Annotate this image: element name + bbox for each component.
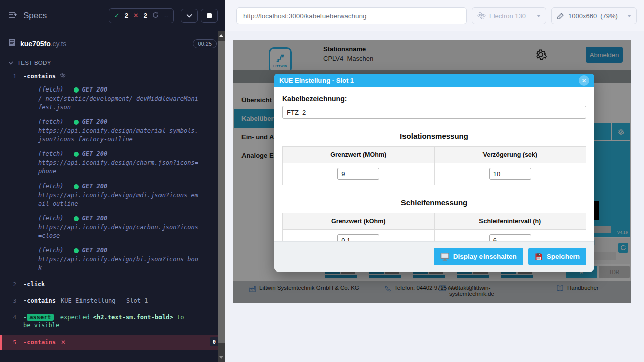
suite-chevron-icon	[8, 61, 13, 65]
network-log[interactable]: (fetch)GET 200 https://api.iconify.desig…	[0, 179, 225, 212]
fetch-status: GET 200	[82, 150, 108, 158]
status-dot-icon	[74, 87, 79, 93]
command-number: 2	[0, 280, 23, 289]
failed-count: 2	[144, 12, 147, 19]
column-header: Grenzwert (kOhm)	[283, 213, 435, 230]
fetch-label: (fetch)	[38, 118, 64, 126]
status-dot-icon	[74, 120, 79, 125]
fetch-url: https://api.iconify.design/material-symb…	[38, 127, 198, 144]
url-input[interactable]	[236, 7, 467, 24]
fetch-status: GET 200	[82, 214, 108, 223]
loop-section-title: Schleifenmessung	[282, 198, 586, 207]
fetch-label: (fetch)	[38, 214, 64, 223]
scroll-up-icon[interactable]	[219, 34, 223, 37]
command-row-5-failed[interactable]: 5 -contains ✕ 0	[0, 335, 225, 350]
specs-menu-icon[interactable]	[8, 11, 18, 21]
scrollbar-thumb[interactable]	[218, 41, 225, 343]
passed-check-icon: ✓	[114, 12, 120, 19]
isolation-delay-input[interactable]	[489, 168, 531, 180]
command-row-1[interactable]: 1 -contains	[0, 70, 225, 83]
network-log[interactable]: (fetch)GET 200 https://api.iconify.desig…	[0, 212, 225, 244]
display-on-label: Display einschalten	[453, 253, 517, 260]
fetch-status: GET 200	[82, 85, 108, 94]
command-log: 1 -contains (fetch)GET 200 /_next/static…	[0, 70, 225, 350]
command-row-3[interactable]: 3 -contains KUE Einstellung - Slot 1	[0, 295, 225, 307]
sidebar-scrollbar[interactable]	[218, 31, 225, 362]
fetch-label: (fetch)	[38, 85, 64, 94]
fetch-label: (fetch)	[38, 182, 64, 191]
fetch-label: (fetch)	[38, 150, 64, 158]
spec-file-row[interactable]: kue705fo.cy.ts 00:25	[0, 31, 225, 55]
modal-header: KUE Einstellung - Slot 1 ✕	[274, 74, 594, 87]
column-header: Schleifenintervall (h)	[434, 213, 586, 230]
pending-count: --	[164, 12, 168, 19]
test-stats: ✓ 2 ✕ 2 --	[109, 8, 174, 23]
close-icon[interactable]: ✕	[579, 75, 589, 86]
pending-refresh-icon	[152, 11, 159, 20]
cable-name-input[interactable]	[282, 106, 586, 119]
suite-test-body[interactable]: TEST BODY	[0, 55, 225, 70]
save-floppy-icon	[535, 253, 543, 261]
stop-icon	[207, 13, 212, 18]
fetch-url: https://api.iconify.design/carbon.json?i…	[38, 223, 198, 240]
cable-name-label: Kabelbezeichnung:	[282, 95, 586, 103]
stop-button[interactable]	[201, 9, 218, 23]
modal-title: KUE Einstellung - Slot 1	[279, 77, 354, 84]
column-header: Verzögerung (sek)	[434, 147, 586, 163]
scroll-down-icon[interactable]	[219, 356, 223, 359]
command-row-4[interactable]: 4 -assert expected <h2.text-sm.font-bold…	[0, 311, 225, 331]
assert-message: -assert expected <h2.text-sm.font-bold> …	[23, 313, 189, 329]
passed-count: 2	[125, 12, 128, 19]
fetch-status: GET 200	[82, 182, 108, 191]
specs-title[interactable]: Specs	[23, 11, 47, 21]
save-label: Speichern	[547, 253, 580, 260]
command-number: 3	[0, 297, 23, 305]
network-log[interactable]: (fetch)GET 200 https://api.iconify.desig…	[0, 115, 225, 147]
isolation-limit-input[interactable]	[337, 168, 379, 180]
spec-extension: .cy.ts	[51, 40, 67, 48]
fetch-status: GET 200	[82, 118, 108, 126]
column-header: Grenzwert (MOhm)	[283, 147, 435, 163]
network-log[interactable]: (fetch)GET 200 /_next/static/development…	[0, 83, 225, 115]
suite-label: TEST BODY	[17, 60, 51, 66]
save-button[interactable]: Speichern	[528, 248, 586, 265]
command-row-2[interactable]: 2 -click	[0, 278, 225, 291]
electron-icon	[477, 12, 486, 20]
network-log[interactable]: (fetch)GET 200 https://api.iconify.desig…	[0, 147, 225, 179]
spec-file-icon	[8, 38, 16, 49]
status-dot-icon	[74, 184, 79, 189]
viewport-size: 1000x660	[568, 12, 597, 20]
monitor-icon	[440, 253, 449, 261]
status-dot-icon	[74, 152, 79, 157]
fetch-label: (fetch)	[38, 246, 64, 255]
collapse-all-button[interactable]	[181, 9, 198, 23]
command-number: 1	[0, 72, 23, 81]
assert-text: expected	[60, 314, 90, 321]
chevron-down-icon	[627, 15, 631, 17]
status-dot-icon	[74, 216, 79, 221]
spec-name: kue705fo	[20, 40, 51, 48]
assert-badge: assert	[27, 314, 53, 321]
chevron-down-icon	[537, 15, 541, 17]
command-number: 4	[0, 313, 23, 329]
fetch-url: https://api.iconify.design/mdi.json?icon…	[38, 191, 198, 208]
isolation-section-title: Isolationsmessung	[282, 132, 586, 140]
viewport-zoom: (79%)	[600, 12, 618, 20]
runner-topbar: Electron 130 1000x660 (79%)	[225, 0, 644, 31]
command-name: -click	[23, 280, 45, 289]
modal-footer: Display einschalten Speichern	[274, 241, 594, 272]
command-number: 5	[2, 338, 23, 347]
browser-label: Electron 130	[489, 12, 526, 20]
fail-x-icon: ✕	[61, 338, 66, 347]
runner-header: Specs ✓ 2 ✕ 2 --	[0, 0, 225, 31]
network-log[interactable]: (fetch)GET 200 https://api.iconify.desig…	[0, 244, 225, 276]
display-on-button[interactable]: Display einschalten	[434, 248, 523, 265]
fetch-status: GET 200	[82, 246, 108, 255]
options-gear-icon	[60, 72, 66, 81]
command-name: -contains	[23, 72, 56, 81]
isolation-table: Grenzwert (MOhm) Verzögerung (sek)	[282, 146, 586, 185]
command-argument: KUE Einstellung - Slot 1	[61, 297, 148, 305]
viewport-select[interactable]: 1000x660 (79%)	[551, 7, 637, 24]
browser-select[interactable]: Electron 130	[472, 7, 546, 24]
fetch-url: /_next/static/development/_devMiddleware…	[38, 95, 198, 112]
